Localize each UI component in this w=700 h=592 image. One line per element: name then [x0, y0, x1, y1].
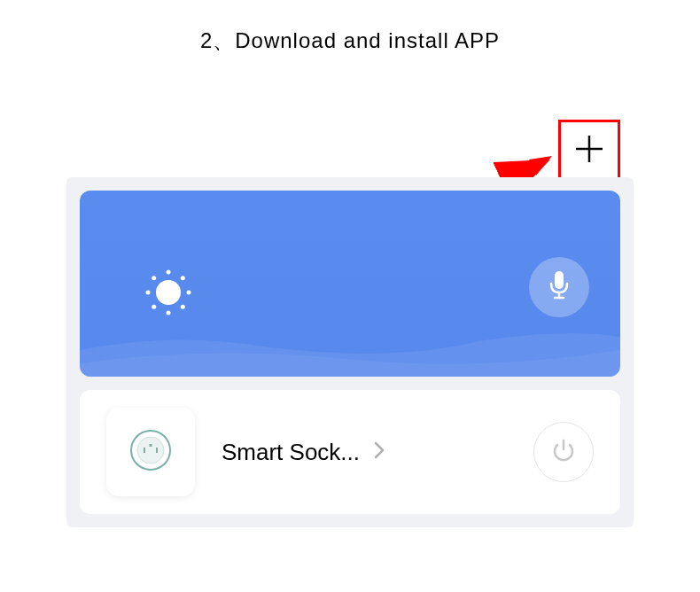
svg-point-12 [152, 305, 156, 309]
svg-marker-4 [529, 156, 552, 175]
mic-icon [547, 269, 572, 305]
weather-header-card [80, 191, 620, 377]
power-button[interactable] [533, 422, 594, 482]
power-icon [550, 437, 577, 467]
device-icon-container [106, 408, 195, 496]
svg-rect-14 [555, 271, 564, 289]
svg-point-18 [137, 437, 164, 463]
svg-point-10 [152, 276, 156, 280]
mountain-decoration [80, 323, 620, 377]
voice-button[interactable] [529, 257, 589, 317]
svg-point-8 [146, 291, 151, 295]
svg-rect-20 [156, 448, 158, 453]
socket-icon [128, 428, 173, 476]
svg-point-6 [167, 270, 171, 275]
svg-rect-19 [144, 448, 145, 453]
page-title: 2、Download and install APP [0, 27, 700, 55]
app-screenshot: Smart Sock... [66, 177, 634, 527]
add-button-highlight[interactable] [558, 120, 620, 182]
plus-icon [572, 131, 607, 170]
svg-rect-21 [150, 444, 152, 447]
svg-point-13 [181, 305, 185, 309]
svg-point-5 [156, 280, 181, 305]
svg-point-11 [181, 276, 185, 280]
svg-point-7 [167, 311, 171, 315]
device-name-label: Smart Sock... [222, 439, 360, 466]
device-card[interactable]: Smart Sock... [80, 390, 620, 514]
chevron-right-icon [373, 439, 385, 466]
svg-point-9 [187, 291, 191, 295]
device-name-row: Smart Sock... [222, 439, 533, 466]
